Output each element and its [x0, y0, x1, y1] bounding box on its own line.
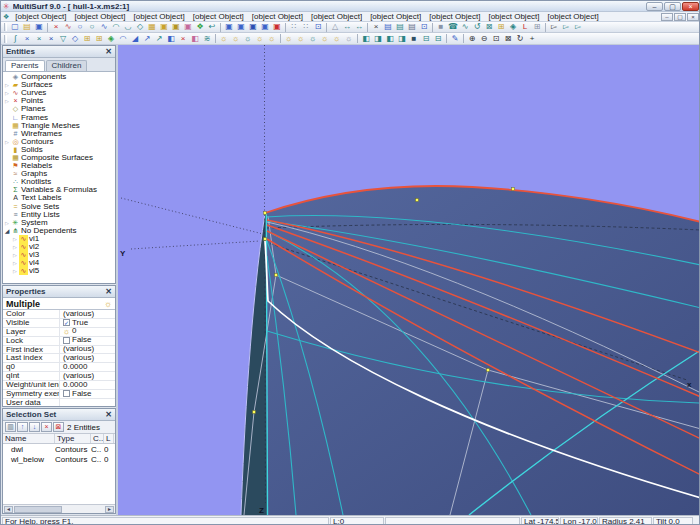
- toolbar-grip[interactable]: [4, 35, 7, 43]
- show-parents-icon[interactable]: ☼: [254, 34, 266, 44]
- span-icon[interactable]: ↔: [341, 22, 353, 32]
- scrollbar-thumb[interactable]: [14, 506, 62, 513]
- point-teal-icon[interactable]: ×: [33, 34, 45, 44]
- close-button[interactable]: ×: [682, 2, 699, 11]
- span-alt-icon[interactable]: ↔: [353, 22, 365, 32]
- expand-arrow-icon[interactable]: [3, 219, 11, 227]
- tree-item[interactable]: = Solve Sets: [3, 203, 115, 211]
- tree-item[interactable]: ∿ vl2: [3, 243, 115, 251]
- bead-icon[interactable]: ○: [74, 22, 86, 32]
- tree-item[interactable]: ▮ Solids: [3, 146, 115, 154]
- loop-icon[interactable]: ◡: [122, 22, 134, 32]
- hide-all-icon[interactable]: ☼: [283, 34, 295, 44]
- show-selected-icon[interactable]: ☼: [230, 34, 242, 44]
- property-row[interactable]: Visible True: [3, 319, 115, 328]
- solid-union-icon[interactable]: ◧: [360, 34, 372, 44]
- label-L-icon[interactable]: L: [519, 22, 531, 32]
- tab[interactable]: Parents: [5, 60, 45, 71]
- menu-item[interactable]: [object Object]: [366, 12, 425, 21]
- menu-item[interactable]: [object Object]: [484, 12, 543, 21]
- selection-row[interactable]: wl_below Contours C.. 0: [3, 454, 115, 464]
- tree-item[interactable]: × Points: [3, 97, 115, 105]
- tree-item[interactable]: ∿ vl3: [3, 251, 115, 259]
- zoom-in-icon[interactable]: ⊕: [466, 34, 478, 44]
- property-value[interactable]: (various): [60, 346, 115, 354]
- checkbox-icon[interactable]: [63, 390, 70, 397]
- leaf-icon[interactable]: ❖: [194, 22, 206, 32]
- tree-item[interactable]: ▦ Composite Surfaces: [3, 154, 115, 162]
- expand-arrow-icon[interactable]: [11, 251, 19, 259]
- clear-selection-icon[interactable]: ⊠: [53, 422, 64, 432]
- tree-item[interactable]: ∿ vl4: [3, 259, 115, 267]
- expand-arrow-icon[interactable]: [11, 267, 19, 275]
- show-query-icon[interactable]: ☼: [242, 34, 254, 44]
- waves-icon[interactable]: ≋: [201, 34, 213, 44]
- curve-blue-icon[interactable]: ∿: [98, 22, 110, 32]
- tree-item[interactable]: ≡ Entity Lists: [3, 211, 115, 219]
- mdi-restore-button[interactable]: ▢: [674, 13, 686, 21]
- view-plan-icon[interactable]: ▣: [259, 22, 271, 32]
- solid-cut-icon[interactable]: ◨: [396, 34, 408, 44]
- grid-gold-alt-icon[interactable]: ⊞: [93, 34, 105, 44]
- grid-dots-alt-icon[interactable]: ∷: [300, 22, 312, 32]
- tree-item[interactable]: ▰ Surfaces: [3, 81, 115, 89]
- scroll-left-icon[interactable]: ◄: [4, 506, 13, 513]
- hide-selected-icon[interactable]: ☼: [295, 34, 307, 44]
- new-file-icon[interactable]: ▢: [9, 22, 21, 32]
- property-value[interactable]: True: [60, 319, 115, 327]
- view-side-icon[interactable]: ▣: [247, 22, 259, 32]
- solid-dark-icon[interactable]: ■: [408, 34, 420, 44]
- expand-arrow-icon[interactable]: [3, 81, 11, 89]
- tree-item[interactable]: ⚑ Relabels: [3, 162, 115, 170]
- column-header[interactable]: C...: [91, 434, 104, 443]
- grid-dots-icon[interactable]: ∷: [288, 22, 300, 32]
- solid-join-icon[interactable]: ⊟: [432, 34, 444, 44]
- tree-item[interactable]: ◈ Components: [3, 73, 115, 81]
- expand-arrow-icon[interactable]: [3, 97, 11, 105]
- polygon-icon[interactable]: ◇: [134, 22, 146, 32]
- property-value[interactable]: (various): [60, 310, 115, 318]
- undo-icon[interactable]: ↺: [471, 22, 483, 32]
- menu-item[interactable]: [object Object]: [544, 12, 603, 21]
- ring-icon[interactable]: ○: [86, 22, 98, 32]
- view-perspective-icon[interactable]: ▣: [271, 22, 283, 32]
- mdi-close-button[interactable]: ×: [687, 13, 699, 21]
- select-add-icon[interactable]: ▻: [560, 22, 572, 32]
- property-value[interactable]: False: [60, 337, 115, 345]
- entities-panel-header[interactable]: Entities ✕: [3, 46, 115, 58]
- close-icon[interactable]: ✕: [105, 288, 112, 296]
- save-file-icon[interactable]: ▣: [33, 22, 45, 32]
- property-row[interactable]: Weight/unit length 0.0000: [3, 381, 115, 390]
- phone-icon[interactable]: ☎: [447, 22, 459, 32]
- cube-icon[interactable]: ▣: [158, 22, 170, 32]
- property-row[interactable]: Last index (various): [3, 354, 115, 363]
- solid-flat-icon[interactable]: ⊟: [420, 34, 432, 44]
- tree-item[interactable]: ▦ Triangle Meshes: [3, 122, 115, 130]
- expand-arrow-icon[interactable]: [11, 235, 19, 243]
- tree-item[interactable]: ∟ Frames: [3, 113, 115, 121]
- tree-item[interactable]: ≈ Graphs: [3, 170, 115, 178]
- property-value[interactable]: 0: [60, 328, 115, 336]
- toolbar-grip[interactable]: [4, 23, 7, 31]
- rotate-view-icon[interactable]: ↻: [514, 34, 526, 44]
- sketch-icon[interactable]: ✎: [449, 34, 461, 44]
- menu-item[interactable]: [object Object]: [307, 12, 366, 21]
- property-row[interactable]: Layer 0: [3, 328, 115, 337]
- property-value[interactable]: (various): [60, 354, 115, 362]
- box-pink-icon[interactable]: ◧: [189, 34, 201, 44]
- scroll-right-icon[interactable]: ►: [105, 506, 114, 513]
- viewport-3d[interactable]: Y x Z: [118, 45, 700, 515]
- return-icon[interactable]: ↩: [206, 22, 218, 32]
- property-row[interactable]: Color (various): [3, 310, 115, 319]
- tab[interactable]: Children: [46, 60, 88, 71]
- column-header[interactable]: Type: [55, 434, 91, 443]
- checkbox-icon[interactable]: [63, 328, 70, 335]
- mdi-minimize-button[interactable]: –: [661, 13, 673, 21]
- curve-red-icon[interactable]: ∿: [62, 22, 74, 32]
- property-row[interactable]: Symmetry exempt False: [3, 390, 115, 399]
- select-remove-icon[interactable]: ▻: [572, 22, 584, 32]
- solid-intersect-icon[interactable]: ◧: [384, 34, 396, 44]
- minimize-button[interactable]: –: [646, 2, 663, 11]
- insert-grid-icon[interactable]: ⊞: [495, 22, 507, 32]
- delete-icon[interactable]: ×: [370, 22, 382, 32]
